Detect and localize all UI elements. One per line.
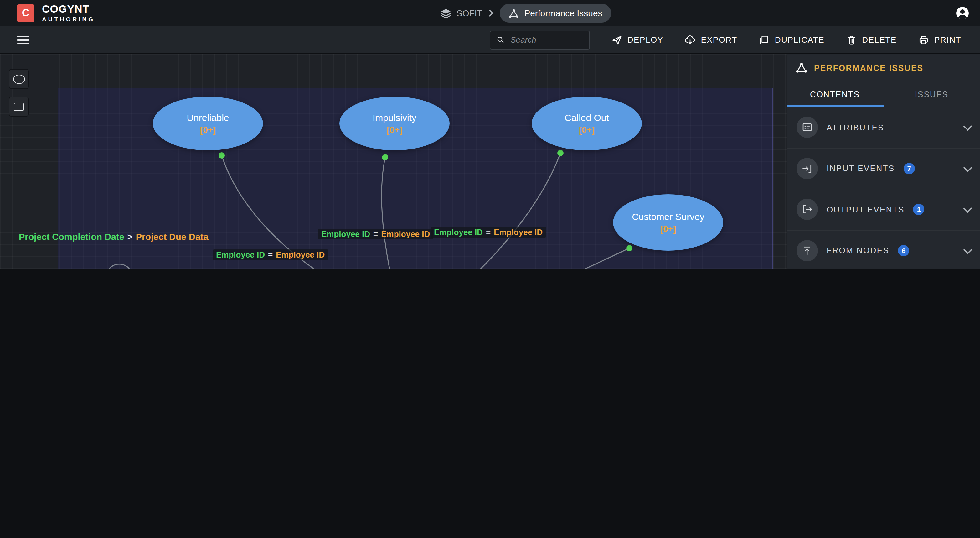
chevron-down-icon (963, 204, 972, 213)
right-sidebar: PERFORMANCE ISSUES CONTENTS ISSUES ATTRI… (786, 54, 980, 269)
edge-label: Employee ID=Employee ID (431, 227, 546, 238)
node-name: Customer Survey (632, 211, 705, 223)
section-count-badge: 6 (898, 245, 909, 256)
section-input-events[interactable]: INPUT EVENTS 7 (786, 148, 980, 189)
duplicate-button[interactable]: DUPLICATE (759, 34, 824, 45)
input-events-icon (797, 158, 818, 179)
sidebar-header: PERFORMANCE ISSUES (786, 54, 980, 81)
graph-canvas[interactable]: Project Completion Date>Project Due Data… (0, 54, 786, 269)
cogynt-logo-icon: C (17, 5, 35, 22)
breadcrumb-current[interactable]: Performance Issues (500, 4, 611, 22)
section-label: INPUT EVENTS (827, 164, 895, 173)
section-label: ATTRIBUTES (827, 123, 884, 132)
graph-node-called-out[interactable]: Called Out [0+] (531, 96, 642, 150)
rectangle-icon (14, 102, 24, 111)
deploy-icon (611, 34, 622, 45)
toolbar-actions: DEPLOY EXPORT DUPLICATE (490, 30, 980, 49)
attributes-icon (797, 117, 818, 138)
section-label: OUTPUT EVENTS (827, 205, 905, 214)
user-avatar[interactable] (955, 6, 970, 21)
node-count: [0+] (387, 125, 402, 135)
chevron-down-icon (963, 245, 972, 254)
delete-button[interactable]: DELETE (846, 34, 897, 45)
graph-node-customer-survey[interactable]: Customer Survey [0+] (613, 194, 723, 251)
logo-text: COGYNT AUTHORING (42, 4, 95, 22)
node-name: Called Out (565, 112, 609, 124)
print-button[interactable]: PRINT (918, 34, 961, 45)
app-toolbar: DEPLOY EXPORT DUPLICATE (0, 26, 980, 54)
duplicate-icon (759, 34, 770, 45)
chevron-down-icon (963, 122, 972, 131)
delete-button-label: DELETE (862, 35, 897, 45)
export-button-label: EXPORT (701, 35, 737, 45)
delete-icon (846, 34, 857, 45)
breadcrumb-project-label: SOFIT (457, 8, 482, 18)
deploy-button[interactable]: DEPLOY (611, 34, 663, 45)
breadcrumb: SOFIT Performance Issues (440, 0, 611, 26)
deploy-button-label: DEPLOY (627, 35, 663, 45)
rectangle-tool-button[interactable] (9, 96, 29, 117)
chevron-down-icon (963, 163, 972, 172)
output-events-icon (797, 199, 818, 220)
section-output-events[interactable]: OUTPUT EVENTS 1 (786, 189, 980, 230)
model-icon (509, 8, 519, 19)
sidebar-top: PERFORMANCE ISSUES CONTENTS ISSUES ATTRI… (786, 54, 980, 269)
print-button-label: PRINT (934, 35, 961, 45)
menu-button[interactable] (17, 35, 29, 44)
logo-subtitle: AUTHORING (42, 17, 95, 22)
ellipse-icon (13, 74, 25, 84)
node-count: [0+] (579, 125, 595, 135)
tab-contents[interactable]: CONTENTS (786, 81, 883, 107)
search-icon (496, 35, 504, 45)
graph-node-impulsivity[interactable]: Impulsivity [0+] (339, 96, 450, 150)
logo-title: COGYNT (42, 4, 95, 15)
section-from-nodes[interactable]: FROM NODES 6 (786, 230, 980, 269)
print-icon (918, 34, 929, 45)
edge-label: Project Completion Date>Project Due Data (19, 232, 208, 242)
model-icon (795, 61, 808, 74)
shape-palette (9, 69, 29, 117)
edge-label: Employee ID=Employee ID (318, 229, 433, 239)
chevron-right-icon (488, 10, 493, 17)
layers-icon (440, 8, 452, 19)
section-count-badge: 1 (913, 204, 924, 215)
tab-issues[interactable]: ISSUES (883, 81, 980, 107)
breadcrumb-project[interactable]: SOFIT (440, 8, 482, 19)
section-label: FROM NODES (827, 246, 889, 255)
section-count-badge: 7 (904, 163, 915, 174)
user-avatar-icon (955, 6, 970, 21)
export-icon (685, 34, 696, 45)
node-name: Impulsivity (372, 112, 417, 124)
duplicate-button-label: DUPLICATE (775, 35, 824, 45)
edge-label: Employee ID=Employee ID (213, 249, 328, 260)
graph-node-unreliable[interactable]: Unreliable [0+] (153, 96, 263, 150)
ellipse-tool-button[interactable] (9, 69, 29, 89)
section-attributes[interactable]: ATTRIBUTES (786, 107, 980, 148)
search-input[interactable] (509, 35, 583, 45)
breadcrumb-current-label: Performance Issues (524, 8, 602, 18)
node-count: [0+] (200, 125, 216, 135)
app-header: C COGYNT AUTHORING SOFIT (0, 0, 980, 26)
search-box (490, 30, 590, 49)
from-nodes-icon (797, 240, 818, 261)
node-name: Unreliable (187, 112, 229, 124)
sidebar-title: PERFORMANCE ISSUES (814, 63, 923, 72)
app-root: C COGYNT AUTHORING SOFIT (0, 0, 980, 269)
node-count: [0+] (660, 224, 676, 234)
export-button[interactable]: EXPORT (685, 34, 737, 45)
sidebar-tabs: CONTENTS ISSUES (786, 81, 980, 107)
